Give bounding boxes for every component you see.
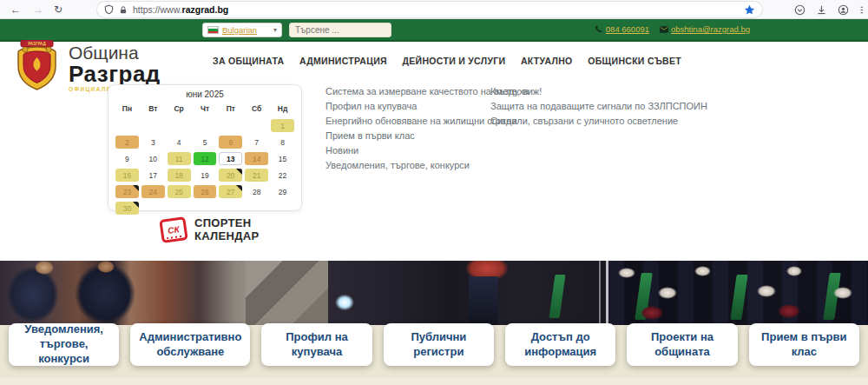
calendar-day-cell[interactable]: 19 (194, 169, 217, 182)
quick-access-cards: Уведомления, търгове, конкурсиАдминистра… (9, 323, 859, 366)
download-icon[interactable] (816, 4, 827, 16)
calendar-month-title: юни 2025 (115, 90, 294, 99)
url-bar[interactable]: https://www.razgrad.bg (97, 2, 762, 17)
account-icon[interactable] (838, 4, 849, 16)
quick-link[interactable]: Прием в първи клас (326, 130, 529, 145)
quick-link[interactable]: Сигнали, свързани с уличното осветление (490, 116, 707, 130)
contact-links: 084 660091 obshtina@razgrad.bg (595, 24, 750, 34)
back-icon[interactable]: ← (10, 3, 21, 17)
phone-link[interactable]: 084 660091 (595, 24, 649, 34)
calendar-day-cell[interactable]: 3 (141, 136, 165, 149)
nav-item[interactable]: ОБЩИНСКИ СЪВЕТ (588, 56, 681, 66)
quick-access-card[interactable]: Административно обслужване (130, 323, 250, 366)
calendar-day-cell[interactable]: 26 (194, 185, 217, 198)
calendar-grid: ПнВтСрЧтПтСбНд12345678910111213141516171… (115, 103, 294, 215)
nav-item[interactable]: АКТУАЛНО (521, 56, 573, 66)
calendar-day-cell[interactable]: 8 (271, 136, 294, 149)
calendar-day-cell[interactable]: 11 (168, 152, 191, 165)
toolbar-right-icons (794, 0, 868, 19)
quick-access-card[interactable]: Достъп до информация (505, 323, 615, 366)
calendar-day-cell[interactable]: 4 (168, 136, 191, 149)
calendar-day-header: Пт (219, 103, 242, 116)
calendar-empty-cell (245, 119, 268, 132)
calendar-day-cell[interactable]: 22 (271, 169, 294, 182)
calendar-day-cell[interactable]: 7 (245, 136, 268, 149)
calendar-empty-cell (219, 202, 242, 215)
calendar-day-cell[interactable]: 18 (168, 169, 191, 182)
url-text: https://www.razgrad.bg (133, 4, 228, 15)
calendar-day-cell[interactable]: 6 (219, 136, 242, 149)
calendar-day-cell[interactable]: 20 (219, 169, 242, 182)
calendar-day-cell[interactable]: 30 (115, 202, 139, 215)
nav-item[interactable]: ДЕЙНОСТИ И УСЛУГИ (403, 56, 506, 66)
nav-item[interactable]: ЗА ОБЩИНАТА (213, 56, 284, 66)
calendar-day-header: Пн (115, 103, 139, 116)
calendar-empty-cell (245, 202, 268, 215)
calendar-day-cell[interactable]: 29 (271, 185, 294, 198)
bookmark-star-icon[interactable] (744, 4, 755, 16)
calendar-day-cell[interactable]: 17 (141, 169, 165, 182)
sport-calendar-link[interactable]: СК СПОРТЕН КАЛЕНДАР (161, 217, 259, 243)
calendar-empty-cell (271, 202, 294, 215)
calendar-day-cell[interactable]: 16 (115, 169, 139, 182)
calendar-day-cell[interactable]: 23 (115, 185, 139, 198)
site-title-line1: Община (69, 43, 161, 62)
calendar-day-cell[interactable]: 28 (245, 185, 268, 198)
calendar-empty-cell (219, 119, 242, 132)
lock-icon[interactable] (119, 5, 128, 15)
calendar-empty-cell (168, 202, 191, 215)
search-input[interactable] (289, 23, 391, 37)
calendar-day-cell[interactable]: 10 (141, 152, 165, 165)
language-select[interactable]: Bulgarian ▾ (202, 23, 282, 37)
main-nav: ЗА ОБЩИНАТААДМИНИСТРАЦИЯДЕЙНОСТИ И УСЛУГ… (213, 56, 681, 66)
quick-access-card[interactable]: Уведомления, търгове, конкурси (9, 323, 119, 366)
municipality-logo[interactable]: РАЗГРАД (13, 40, 61, 90)
calendar-day-cell[interactable]: 14 (245, 152, 268, 165)
quick-link[interactable]: Защита на подаващите сигнали по ЗЗЛПСПОИ… (490, 101, 707, 116)
calendar-day-header: Сб (245, 103, 268, 116)
pocket-icon[interactable] (794, 4, 806, 16)
quick-link[interactable]: Кмете, виж! (490, 86, 707, 101)
quick-link[interactable]: Уведомления, търгове, конкурси (326, 160, 529, 175)
calendar-day-header: Вт (141, 103, 165, 116)
calendar-day-cell[interactable]: 9 (115, 152, 139, 165)
quick-access-card[interactable]: Проекти на общината (627, 323, 737, 366)
calendar-day-cell[interactable]: 2 (115, 136, 139, 149)
logo-banner-text: РАЗГРАД (28, 42, 46, 46)
chevron-down-icon: ▾ (273, 26, 277, 34)
quick-links-col2: Кмете, виж!Защита на подаващите сигнали … (490, 86, 707, 130)
calendar-day-cell[interactable]: 15 (271, 152, 294, 165)
reload-icon[interactable]: ↻ (54, 3, 62, 17)
language-label: Bulgarian (222, 25, 273, 35)
calendar-day-cell[interactable]: 25 (168, 185, 191, 198)
calendar-day-cell[interactable]: 1 (271, 119, 294, 132)
shield-icon[interactable] (104, 4, 114, 15)
calendar-day-cell[interactable]: 24 (141, 185, 165, 198)
quick-access-card[interactable]: Публични регистри (384, 323, 494, 366)
calendar-empty-cell (168, 119, 191, 132)
calendar-day-cell[interactable]: 12 (194, 152, 217, 165)
nav-item[interactable]: АДМИНИСТРАЦИЯ (299, 56, 387, 66)
page: ← → ↻ https://www.razgrad.bg (0, 0, 868, 385)
quick-link[interactable]: Новини (326, 145, 529, 160)
calendar-day-cell[interactable]: 27 (219, 185, 242, 198)
top-utility-bar: Bulgarian ▾ 084 660091 obshtina@razgrad.… (0, 19, 868, 42)
calendar-day-cell[interactable]: 5 (194, 136, 217, 149)
calendar-empty-cell (141, 119, 165, 132)
email-icon (660, 26, 668, 33)
bulgarian-flag-icon (207, 26, 219, 34)
calendar-empty-cell (141, 202, 165, 215)
phone-icon (595, 25, 603, 33)
calendar-day-cell[interactable]: 21 (245, 169, 268, 182)
menu-icon[interactable] (859, 4, 863, 16)
calendar-day-header: Нд (271, 103, 294, 116)
calendar-empty-cell (194, 119, 217, 132)
events-calendar: юни 2025 ПнВтСрЧтПтСбНд12345678910111213… (108, 84, 302, 211)
sport-calendar-icon: СК (159, 216, 187, 243)
quick-access-card[interactable]: Прием в първи клас (749, 323, 859, 366)
email-link[interactable]: obshtina@razgrad.bg (660, 24, 750, 34)
browser-toolbar: ← → ↻ https://www.razgrad.bg (0, 0, 868, 19)
forward-icon[interactable]: → (33, 3, 43, 17)
quick-access-card[interactable]: Профил на купувача (261, 323, 372, 366)
calendar-day-cell[interactable]: 13 (219, 152, 242, 165)
